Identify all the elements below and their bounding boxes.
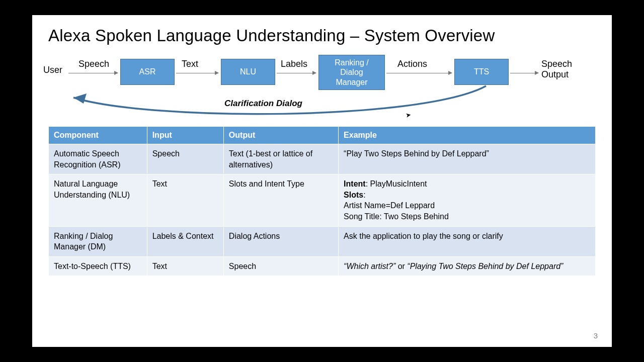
svg-marker-0 bbox=[73, 94, 87, 104]
slide: Alexa Spoken Language Understanding – Sy… bbox=[32, 15, 612, 347]
slide-title: Alexa Spoken Language Understanding – Sy… bbox=[48, 26, 596, 46]
pipeline-end: Speech Output bbox=[541, 59, 572, 80]
table-row: Text-to-Speech (TTS) Text Speech “Which … bbox=[49, 256, 596, 276]
edge-label-labels: Labels bbox=[281, 59, 307, 69]
col-input: Input bbox=[147, 126, 223, 144]
node-nlu: NLU bbox=[221, 59, 275, 85]
table-row: Ranking / Dialog Manager (DM) Labels & C… bbox=[49, 226, 596, 256]
edge-label-speech: Speech bbox=[78, 59, 109, 69]
arrow-icon bbox=[386, 73, 452, 73]
arrow-icon bbox=[277, 73, 316, 73]
col-example: Example bbox=[339, 126, 596, 144]
components-table: Component Input Output Example Automatic… bbox=[48, 126, 596, 276]
pipeline-diagram: User Speech ASR Text NLU Labels Ranking … bbox=[48, 51, 596, 126]
node-asr: ASR bbox=[120, 59, 175, 85]
cursor-icon: ➤ bbox=[405, 111, 412, 119]
col-component: Component bbox=[49, 126, 147, 144]
page-number: 3 bbox=[594, 331, 598, 340]
feedback-label: Clarification Dialog bbox=[224, 99, 302, 109]
edge-label-text: Text bbox=[182, 59, 198, 69]
table-row: Automatic Speech Recognition (ASR) Speec… bbox=[49, 144, 596, 174]
col-output: Output bbox=[223, 126, 338, 144]
pipeline-start: User bbox=[43, 65, 62, 75]
arrow-icon bbox=[68, 73, 118, 73]
edge-label-actions: Actions bbox=[397, 59, 427, 69]
arrow-icon bbox=[510, 73, 538, 73]
node-tts: TTS bbox=[454, 59, 509, 85]
arrow-icon bbox=[176, 73, 218, 73]
table-row: Natural Language Understanding (NLU) Tex… bbox=[49, 174, 596, 226]
